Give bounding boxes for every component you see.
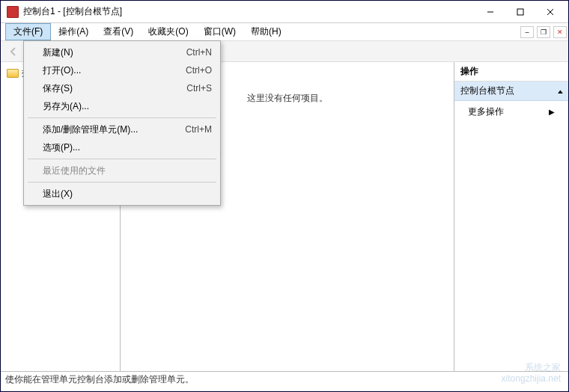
- window-title: 控制台1 - [控制台根节点]: [23, 5, 475, 18]
- menu-file[interactable]: 文件(F): [5, 23, 51, 40]
- actions-section-label: 控制台根节点: [460, 85, 514, 97]
- maximize-button[interactable]: [505, 1, 535, 22]
- statusbar: 使你能在管理单元控制台添加或删除管理单元。: [1, 371, 568, 388]
- mdi-close-button[interactable]: ✕: [553, 26, 567, 38]
- status-text: 使你能在管理单元控制台添加或删除管理单元。: [5, 373, 194, 386]
- mdi-minimize-button[interactable]: –: [520, 26, 534, 38]
- collapse-icon: ▴: [558, 88, 564, 95]
- actions-section[interactable]: 控制台根节点 ▴: [454, 82, 568, 101]
- menubar: 文件(F) 操作(A) 查看(V) 收藏夹(O) 窗口(W) 帮助(H) – ❐…: [1, 23, 568, 41]
- menu-window[interactable]: 窗口(W): [196, 23, 243, 40]
- menu-save-as[interactable]: 另存为(A)...: [26, 97, 218, 115]
- menu-recent-files: 最近使用的文件: [26, 162, 218, 180]
- minimize-button[interactable]: [475, 1, 505, 22]
- empty-text: 这里没有任何项目。: [247, 92, 328, 105]
- close-button[interactable]: [535, 1, 565, 22]
- more-actions-link[interactable]: 更多操作 ▶: [454, 101, 568, 123]
- menu-favorites[interactable]: 收藏夹(O): [141, 23, 195, 40]
- menu-action[interactable]: 操作(A): [51, 23, 96, 40]
- submenu-arrow-icon: ▶: [549, 108, 555, 116]
- menu-new[interactable]: 新建(N)Ctrl+N: [26, 43, 218, 61]
- app-icon: [7, 6, 19, 18]
- back-button[interactable]: [5, 43, 22, 60]
- actions-panel: 操作 控制台根节点 ▴ 更多操作 ▶: [454, 62, 568, 371]
- menu-exit[interactable]: 退出(X): [26, 185, 218, 203]
- menu-help[interactable]: 帮助(H): [243, 23, 289, 40]
- menu-view[interactable]: 查看(V): [96, 23, 141, 40]
- menu-add-remove-snap-in[interactable]: 添加/删除管理单元(M)...Ctrl+M: [26, 120, 218, 138]
- menu-open[interactable]: 打开(O)...Ctrl+O: [26, 61, 218, 79]
- titlebar: 控制台1 - [控制台根节点]: [1, 1, 568, 23]
- folder-icon: [7, 69, 19, 78]
- actions-header: 操作: [454, 62, 568, 82]
- menu-save[interactable]: 保存(S)Ctrl+S: [26, 79, 218, 97]
- svg-rect-1: [517, 9, 523, 15]
- more-actions-label: 更多操作: [468, 105, 504, 118]
- file-menu-dropdown: 新建(N)Ctrl+N 打开(O)...Ctrl+O 保存(S)Ctrl+S 另…: [23, 40, 221, 206]
- mdi-restore-button[interactable]: ❐: [537, 26, 550, 38]
- menu-options[interactable]: 选项(P)...: [26, 138, 218, 156]
